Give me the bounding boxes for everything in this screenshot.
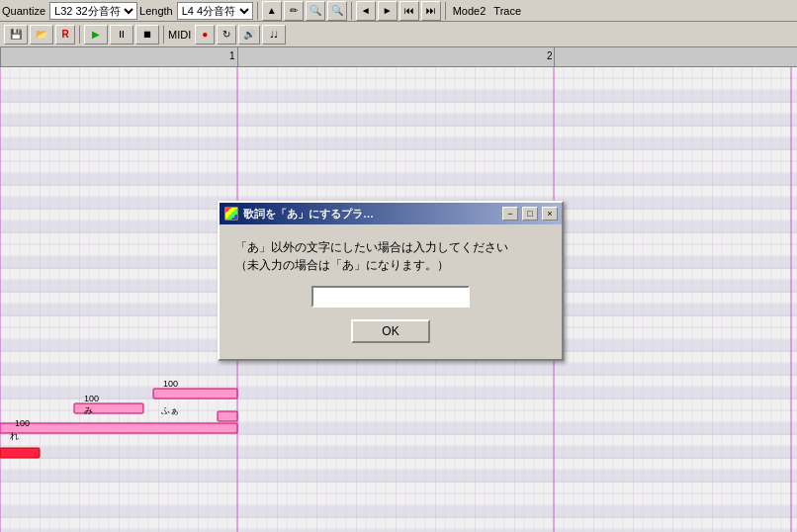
rec-btn[interactable]: ● [195, 25, 215, 44]
mode2-label: Mode2 [453, 5, 487, 17]
quantize-select[interactable]: L32 32分音符 [49, 2, 137, 20]
toolbar2: 💾 📂 R ▶ ⏸ ⏹ MIDI ● ↻ 🔊 ♩♩ [0, 22, 797, 47]
r-btn[interactable]: R [55, 25, 75, 44]
play-btn[interactable]: ▶ [84, 25, 108, 44]
sep1 [257, 2, 258, 20]
sep4 [79, 26, 80, 44]
dialog-message-line1: 「あ」以外の文字にしたい場合は入力してください [235, 238, 546, 256]
toolbar1: Quantize L32 32分音符 Length L4 4分音符 ▲ ✏ 🔍 … [0, 0, 797, 22]
plugin-icon [224, 207, 238, 221]
zoom-in-tool[interactable]: 🔍 [306, 1, 325, 21]
restore-button[interactable]: □ [522, 207, 538, 221]
dialog-input[interactable] [311, 286, 470, 308]
dialog-message: 「あ」以外の文字にしたい場合は入力してください （未入力の場合は「あ」になります… [235, 238, 546, 274]
dialog-title: 歌詞を「あ」にするプラ… [243, 207, 498, 222]
zoom-out-tool[interactable]: 🔍 [327, 1, 347, 21]
sep3 [445, 2, 446, 20]
sep5 [163, 26, 164, 44]
cursor-tool[interactable]: ▲ [262, 1, 282, 21]
dialog-window: 歌詞を「あ」にするプラ… − □ × 「あ」以外の文字にしたい場合は入力してくだ… [218, 201, 564, 361]
dialog-overlay: 歌詞を「あ」にするプラ… − □ × 「あ」以外の文字にしたい場合は入力してくだ… [0, 47, 797, 532]
dialog-message-line2: （未入力の場合は「あ」になります。） [235, 256, 546, 274]
nav-jump[interactable]: ⏮ [399, 1, 419, 21]
metronome-btn[interactable]: ♩♩ [262, 25, 286, 44]
midi-label: MIDI [168, 29, 191, 41]
trace-label: Trace [493, 5, 521, 17]
dialog-icon [223, 206, 239, 222]
minimize-button[interactable]: − [502, 207, 518, 221]
vol-btn[interactable]: 🔊 [238, 25, 260, 44]
nav-end[interactable]: ⏭ [421, 1, 441, 21]
stop-btn[interactable]: ⏹ [135, 25, 159, 44]
piano-roll: 1 2 [0, 47, 797, 532]
length-label: Length [139, 5, 173, 17]
dialog-body: 「あ」以外の文字にしたい場合は入力してください （未入力の場合は「あ」になります… [220, 224, 562, 359]
loop-btn[interactable]: ↻ [217, 25, 236, 44]
length-select[interactable]: L4 4分音符 [177, 2, 253, 20]
folder-btn[interactable]: 📂 [30, 25, 53, 44]
save-btn[interactable]: 💾 [4, 25, 28, 44]
quantize-label: Quantize [2, 5, 45, 17]
ok-button[interactable]: OK [351, 319, 430, 343]
nav-left[interactable]: ◄ [356, 1, 376, 21]
nav-right[interactable]: ► [378, 1, 398, 21]
dialog-titlebar: 歌詞を「あ」にするプラ… − □ × [220, 203, 562, 224]
close-button[interactable]: × [542, 207, 558, 221]
sep2 [351, 2, 352, 20]
pause-btn[interactable]: ⏸ [110, 25, 133, 44]
pencil-tool[interactable]: ✏ [284, 1, 304, 21]
